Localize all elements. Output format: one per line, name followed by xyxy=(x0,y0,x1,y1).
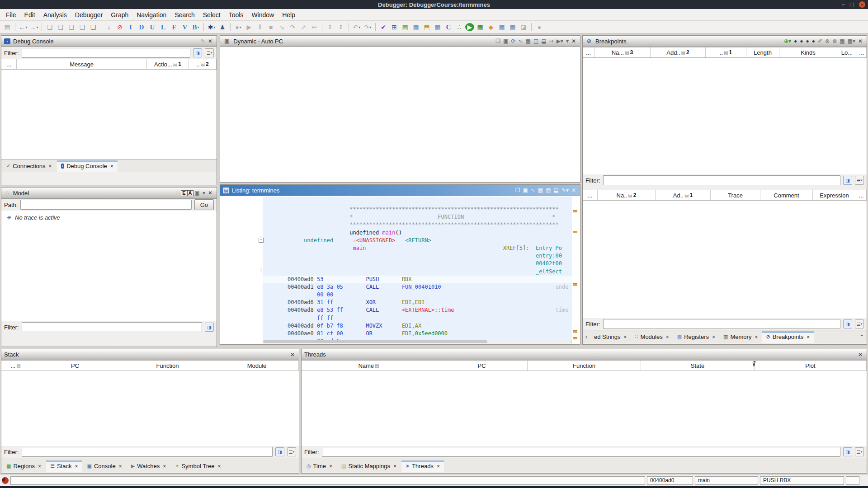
listing-line-12[interactable]: 00400ad6 31 ff XOR EDI,EDI xyxy=(263,299,572,306)
column-header-na[interactable]: Na..▤2 xyxy=(598,190,656,200)
tab-threads[interactable]: ➤Threads× xyxy=(401,460,444,472)
close-tab-stack[interactable]: × xyxy=(75,463,78,469)
column-header-lo[interactable]: Lo... xyxy=(837,47,857,57)
tab-debug-console[interactable]: ›Debug Console× xyxy=(57,160,118,172)
close-window-button[interactable]: ✕ xyxy=(859,1,865,8)
tab-registers[interactable]: ▦Registers× xyxy=(673,331,719,343)
column-header-comment[interactable]: Comment xyxy=(760,190,813,200)
filter-options-icon[interactable]: ☰▾ xyxy=(287,447,296,456)
column-header-length[interactable]: Length xyxy=(746,47,779,57)
copy-icon[interactable]: ❐ xyxy=(494,38,502,44)
column-header-item[interactable]: ..▤1 xyxy=(706,47,746,57)
down-arrow-blue-icon[interactable]: ↓ xyxy=(104,22,114,32)
collapse-function-toggle[interactable]: − xyxy=(259,238,264,243)
column-header-na[interactable]: Na...▤3 xyxy=(594,47,651,57)
dot-icon-2[interactable]: ● xyxy=(798,38,804,44)
letter-b-icon[interactable]: B▾ xyxy=(191,22,201,32)
dynamic-header[interactable]: ▣ Dynamic - Auto PC ❐▣⟳↖▦◫⬓⇒▶▾▾✕ xyxy=(220,36,580,47)
tab-static-mappings[interactable]: ▤Static Mappings× xyxy=(337,460,401,472)
close-icon[interactable]: ✕ xyxy=(289,352,296,357)
listing-header[interactable]: ▤ Listing: termmines ❐▣↖▦▤⬓✎▾✕ xyxy=(220,185,580,196)
detach-icon-1[interactable]: ⇞ xyxy=(325,22,335,32)
check-purple-icon[interactable]: ✔ xyxy=(378,22,388,32)
tab-memory[interactable]: ▥Memory× xyxy=(719,331,762,343)
column-header-state[interactable]: State xyxy=(641,361,755,371)
copy-icon[interactable]: ❐ xyxy=(514,188,522,193)
column-header-item[interactable]: ..▤2 xyxy=(189,59,217,69)
add-breakpoint-icon[interactable]: ⊕▾ xyxy=(783,38,793,44)
close-icon[interactable]: ✕ xyxy=(857,352,864,357)
letter-l-icon[interactable]: L xyxy=(158,22,168,32)
menu-item-tools[interactable]: Tools xyxy=(225,10,248,20)
column-header-function[interactable]: Function xyxy=(120,361,215,371)
snapshot-camera-icon[interactable]: ⬓ xyxy=(540,38,547,44)
enable-dot-icon[interactable]: ● xyxy=(793,38,798,44)
ct-icon[interactable]: C xyxy=(443,22,453,32)
close-tab-time[interactable]: × xyxy=(329,463,332,469)
listing-line-6[interactable]: entry:00 xyxy=(263,252,572,260)
book-green-icon[interactable]: ▤ xyxy=(400,22,410,32)
paste-icon[interactable]: ▣ xyxy=(502,38,509,44)
column-header-expression[interactable]: Expression xyxy=(813,190,856,200)
listing-line-7[interactable]: 00402f00 xyxy=(263,260,572,267)
filter-input[interactable] xyxy=(322,447,841,457)
chip-101-icon[interactable]: ⊞ xyxy=(389,22,399,32)
dot-icon-3[interactable]: ● xyxy=(805,38,811,44)
stack-header[interactable]: Stack ✕ xyxy=(1,349,299,360)
forward-arrow-icon[interactable]: →▾ xyxy=(29,22,39,32)
edit-pencil-icon[interactable]: ✎▾ xyxy=(560,188,570,193)
close-tab-threads[interactable]: × xyxy=(437,463,440,469)
circle-gray-icon[interactable]: ● xyxy=(534,22,544,32)
column-header-pc[interactable]: PC xyxy=(30,361,120,371)
table-icon-1[interactable]: ▦ xyxy=(411,22,421,32)
filter-column-icon[interactable]: ◨ xyxy=(275,447,284,456)
table-icon-2[interactable]: ▦ xyxy=(433,22,443,32)
column-header-actio[interactable]: Actio...▤1 xyxy=(147,59,189,69)
tab-connections[interactable]: ✔Connections× xyxy=(2,160,56,172)
menu-item-file[interactable]: File xyxy=(2,10,20,20)
detach-icon-2[interactable]: ⇞ xyxy=(336,22,346,32)
snapshot-camera-icon[interactable]: ⬓ xyxy=(552,188,560,193)
refresh-icon[interactable]: ⟳ xyxy=(509,38,517,44)
menu-item-search[interactable]: Search xyxy=(170,10,198,20)
close-icon[interactable]: ✕ xyxy=(207,190,214,196)
pencil-icon[interactable]: ✐ xyxy=(816,38,824,44)
menu-item-graph[interactable]: Graph xyxy=(107,10,132,20)
tab-breakpoints[interactable]: ⊘Breakpoints× xyxy=(762,331,814,343)
column-header-item[interactable]: ... xyxy=(583,190,598,200)
person-icon[interactable]: ♟ xyxy=(217,22,227,32)
goto-arrow-icon[interactable]: ⇒ xyxy=(548,38,555,44)
table-dropdown-icon[interactable]: ▦▾ xyxy=(846,38,857,44)
fields-table-icon[interactable]: ▦ xyxy=(537,188,544,193)
menu-dropdown-icon[interactable]: ▾ xyxy=(565,38,570,44)
tab-ed-strings[interactable]: ed Strings× xyxy=(590,331,631,343)
column-header-item[interactable]: ...▤ xyxy=(1,361,30,371)
close-tab-connections[interactable]: × xyxy=(49,163,52,169)
close-tab-static-mappings[interactable]: × xyxy=(393,463,396,469)
filter-column-icon[interactable]: ◨ xyxy=(843,447,852,456)
close-tab-ed-strings[interactable]: × xyxy=(624,334,627,340)
column-header-function[interactable]: Function xyxy=(528,361,641,371)
filter-input[interactable] xyxy=(22,447,273,457)
bookmark-marker[interactable] xyxy=(573,283,577,286)
page-green-icon[interactable]: ❏ xyxy=(88,22,98,32)
close-tab-console[interactable]: × xyxy=(119,463,122,469)
page-icon-2[interactable]: ❏ xyxy=(56,22,66,32)
column-header-ad[interactable]: Ad..▤1 xyxy=(656,190,711,200)
menu-item-window[interactable]: Window xyxy=(247,10,278,20)
filter-options-icon[interactable]: ☰▾ xyxy=(205,48,214,57)
close-icon[interactable]: ✕ xyxy=(570,38,577,44)
listing-line-10[interactable]: 00400ad1 e8 3a 05 CALL FUN_00401010 unde xyxy=(263,283,572,291)
breakpoints-header[interactable]: ⊘ Breakpoints ⊕▾●●●●✐⊗⊗▦▦▾✕ xyxy=(583,36,867,47)
dynamic-content[interactable] xyxy=(220,47,580,182)
minimize-button[interactable]: – xyxy=(842,1,845,8)
folder-gold-icon[interactable]: ⬒ xyxy=(422,22,432,32)
listing-line-1[interactable]: * FUNCTION * xyxy=(263,213,572,221)
debug-console-header[interactable]: › Debug Console ✎✕ xyxy=(1,36,217,47)
step-over-icon[interactable]: ↷ xyxy=(288,22,297,32)
step-out-icon[interactable]: ↗ xyxy=(298,22,308,32)
filter-input[interactable] xyxy=(22,48,191,58)
tab-modules[interactable]: ∷Modules× xyxy=(631,331,673,343)
menu-item-select[interactable]: Select xyxy=(199,10,225,20)
close-tab-symbol-tree[interactable]: × xyxy=(217,463,221,469)
